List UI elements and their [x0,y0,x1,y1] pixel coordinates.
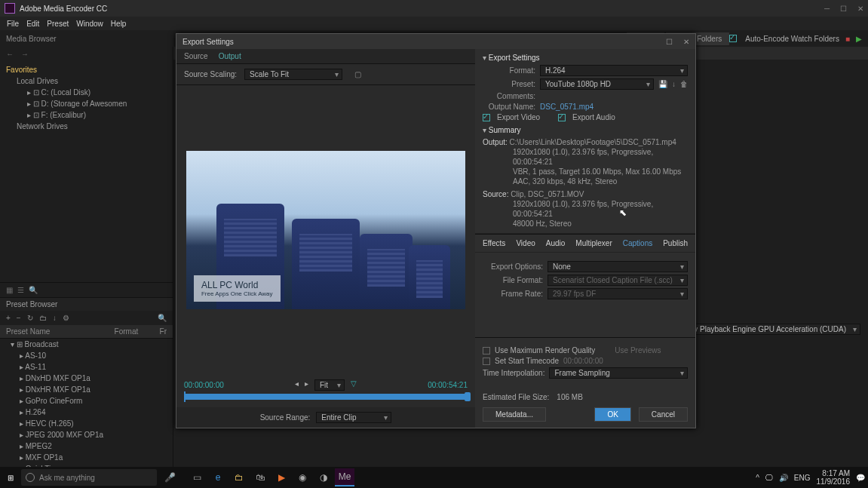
ok-button[interactable]: OK [594,407,630,422]
import-preset2-icon[interactable]: ↓ [672,80,676,88]
dlg-close-icon[interactable]: ✕ [683,38,689,46]
preset-select[interactable]: YouTube 1080p HD [540,78,654,90]
tray-sound-icon[interactable]: 🔊 [779,474,788,482]
stop-icon[interactable]: ■ [845,35,850,43]
time-interp-select[interactable]: Frame Sampling [549,367,688,379]
source-range-select[interactable]: Entire Clip [316,412,391,423]
tab-captions[interactable]: Captions [623,239,652,247]
dlg-max-icon[interactable]: ☐ [666,38,673,46]
new-folder-icon[interactable]: 🗀 [39,314,47,322]
output-name-label: Output Name: [483,103,535,111]
preset-item[interactable]: ▸ DNxHR MXF OP1a [0,384,173,395]
export-settings-header[interactable]: Export Settings [483,54,688,62]
import-preset-icon[interactable]: ↓ [53,314,57,322]
tree-local-drives[interactable]: Local Drives [6,75,167,87]
zoom-icon[interactable]: 🔍 [29,286,38,294]
tab-source[interactable]: Source [184,52,208,60]
nav-fwd-icon[interactable]: → [21,50,29,58]
menu-window[interactable]: Window [74,20,106,28]
store-icon[interactable]: 🛍 [250,468,270,486]
col-format[interactable]: Format [115,327,160,336]
tree-drive-c[interactable]: ▸ ⊡ C: (Local Disk) [6,87,167,98]
obs-icon[interactable]: ◑ [314,468,333,486]
edge-icon[interactable]: e [208,468,228,486]
ame-taskbar-icon[interactable]: Me [335,468,354,486]
tab-effects[interactable]: Effects [483,239,505,247]
tray-monitor-icon[interactable]: 🖵 [765,474,773,482]
explorer-icon[interactable]: 🗀 [229,468,249,486]
save-preset-icon[interactable]: 💾 [658,80,667,88]
timecode-start[interactable]: 00:00:00:00 [184,381,224,389]
format-select[interactable]: H.264 [540,65,688,76]
prev-frame-icon[interactable]: ◂ [295,379,299,391]
add-preset-icon[interactable]: + [6,314,11,322]
col-preset-name[interactable]: Preset Name [6,327,115,336]
output-name-link[interactable]: DSC_0571.mp4 [540,103,593,111]
metadata-button[interactable]: Metadata... [483,407,546,422]
preset-group[interactable]: ▾ ⊞ Broadcast [0,339,173,350]
search-input[interactable]: Ask me anything [21,469,157,486]
menu-file[interactable]: File [5,20,21,28]
preset-item[interactable]: ▸ GoPro CineForm [0,395,173,407]
timeline-track[interactable] [184,394,468,400]
close-icon[interactable]: ✕ [857,5,863,13]
tree-network-drives[interactable]: Network Drives [6,121,167,132]
chk-max-quality[interactable] [483,347,490,354]
mic-icon[interactable]: 🎤 [160,468,179,486]
tree-drive-d[interactable]: ▸ ⊡ D: (Storage of Awesomen [6,98,167,109]
start-button[interactable]: ⊞ [3,470,18,485]
chk-export-audio[interactable] [558,114,566,121]
maximize-icon[interactable]: ☐ [840,5,847,13]
chk-set-start-tc[interactable] [483,358,490,365]
delete-preset-icon[interactable]: 🗑 [680,80,688,88]
preset-item[interactable]: ▸ MXF OP1a [0,452,173,463]
preset-item[interactable]: ▸ JPEG 2000 MXF OP1a [0,429,173,440]
marker-icon[interactable]: ▽ [351,379,357,391]
play-icon[interactable]: ▶ [856,35,862,43]
preset-item[interactable]: ▸ MPEG2 [0,440,173,452]
tab-multiplexer[interactable]: Multiplexer [575,239,612,247]
del-preset-icon[interactable]: − [17,314,21,322]
timeline-handle[interactable] [465,392,471,401]
tray-up-icon[interactable]: ^ [756,474,759,482]
source-scaling-select[interactable]: Scale To Fit [244,69,342,80]
chk-auto-encode[interactable] [729,35,737,42]
minimize-icon[interactable]: ─ [824,5,830,13]
tree-drive-f[interactable]: ▸ ⊡ F: (Excalibur) [6,109,167,121]
chrome-icon[interactable]: ◉ [293,468,312,486]
view-thumb-icon[interactable]: ▦ [6,286,13,294]
preset-item[interactable]: ▸ H.264 [0,407,173,418]
tab-video[interactable]: Video [516,239,535,247]
preset-item[interactable]: ▸ AS-10 [0,350,173,361]
search-preset-icon[interactable]: 🔍 [158,314,167,322]
summary-header[interactable]: Summary [483,126,688,134]
tab-publish[interactable]: Publish [663,239,688,247]
preset-item[interactable]: ▸ AS-11 [0,361,173,373]
menu-help[interactable]: Help [109,20,129,28]
view-list-icon[interactable]: ☰ [17,286,24,294]
col-fr[interactable]: Fr [160,327,167,336]
zoom-fit[interactable]: Fit [314,379,345,391]
preset-item[interactable]: ▸ HEVC (H.265) [0,418,173,429]
menu-edit[interactable]: Edit [24,20,41,28]
tray-clock[interactable]: 8:17 AM 11/9/2016 [817,469,851,486]
tree-favorites[interactable]: Favorites [6,64,167,75]
tray-lang[interactable]: ENG [794,474,811,482]
crop-icon[interactable]: ▢ [354,70,361,78]
movies-icon[interactable]: ▶ [271,468,291,486]
chk-export-video[interactable] [483,114,490,121]
tab-output[interactable]: Output [219,52,241,60]
sync-preset-icon[interactable]: ↻ [27,314,33,322]
tray-notif-icon[interactable]: 💬 [856,474,865,482]
nav-back-icon[interactable]: ← [6,50,14,58]
taskview-icon[interactable]: ▭ [187,468,207,486]
export-options-select[interactable]: None [547,261,688,272]
menu-preset[interactable]: Preset [44,20,71,28]
settings-preset-icon[interactable]: ⚙ [63,314,69,322]
tab-audio[interactable]: Audio [546,239,566,247]
next-frame-icon[interactable]: ▸ [305,379,308,391]
preset-item[interactable]: ▸ DNxHD MXF OP1a [0,373,173,384]
dialog-title: Export Settings [182,38,234,46]
cancel-button[interactable]: Cancel [639,407,688,422]
est-size-label: Estimated File Size: [483,393,549,401]
